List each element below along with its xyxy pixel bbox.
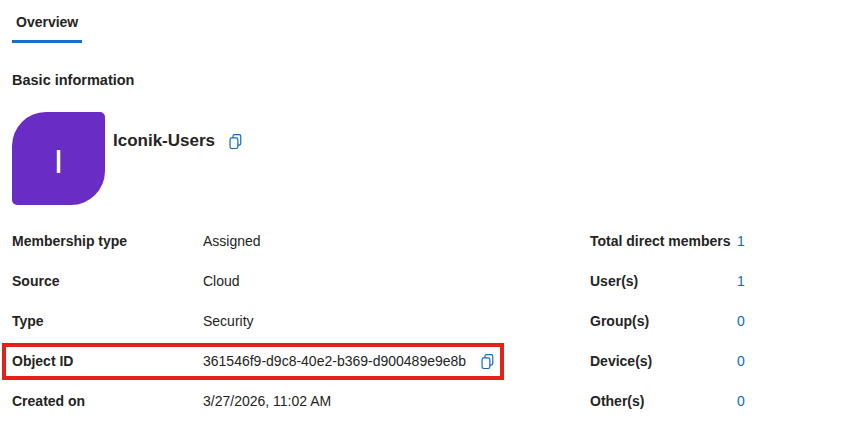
detail-value: Cloud <box>203 273 240 289</box>
tab-overview[interactable]: Overview <box>12 10 82 43</box>
member-row-others: Other(s) 0 <box>590 381 840 421</box>
member-row-devices: Device(s) 0 <box>590 341 840 381</box>
member-label: Total direct members <box>590 233 737 249</box>
tab-bar: Overview <box>12 10 82 43</box>
copy-icon <box>479 353 496 370</box>
object-id-value: 361546f9-d9c8-40e2-b369-d900489e9e8b <box>203 353 466 369</box>
copy-icon <box>227 133 244 150</box>
member-row-groups: Group(s) 0 <box>590 301 840 341</box>
member-row-users: User(s) 1 <box>590 261 840 301</box>
detail-label: Membership type <box>12 233 203 249</box>
detail-value: Security <box>203 313 254 329</box>
total-direct-members-link[interactable]: 1 <box>737 233 745 249</box>
detail-row-source: Source Cloud <box>12 261 572 301</box>
detail-row-type: Type Security <box>12 301 572 341</box>
member-label: User(s) <box>590 273 737 289</box>
detail-label: Type <box>12 313 203 329</box>
details-column: Membership type Assigned Source Cloud Ty… <box>12 221 572 421</box>
others-count-link[interactable]: 0 <box>737 393 745 409</box>
copy-group-name-button[interactable] <box>226 132 244 150</box>
copy-object-id-button[interactable] <box>478 352 496 370</box>
detail-row-membership-type: Membership type Assigned <box>12 221 572 261</box>
member-label: Group(s) <box>590 313 737 329</box>
group-avatar: I <box>12 112 105 205</box>
detail-row-object-id: Object ID 361546f9-d9c8-40e2-b369-d90048… <box>12 341 572 381</box>
groups-count-link[interactable]: 0 <box>737 313 745 329</box>
detail-label: Source <box>12 273 203 289</box>
member-label: Other(s) <box>590 393 737 409</box>
section-title-basic-information: Basic information <box>12 72 134 88</box>
detail-row-created-on: Created on 3/27/2026, 11:02 AM <box>12 381 572 421</box>
members-column: Total direct members 1 User(s) 1 Group(s… <box>590 221 840 421</box>
detail-value: Assigned <box>203 233 261 249</box>
devices-count-link[interactable]: 0 <box>737 353 745 369</box>
group-name: Iconik-Users <box>113 131 215 151</box>
member-label: Device(s) <box>590 353 737 369</box>
detail-label: Object ID <box>12 353 203 369</box>
detail-label: Created on <box>12 393 203 409</box>
group-title-row: Iconik-Users <box>113 131 244 151</box>
detail-value: 361546f9-d9c8-40e2-b369-d900489e9e8b <box>203 352 496 370</box>
users-count-link[interactable]: 1 <box>737 273 745 289</box>
member-row-total-direct-members: Total direct members 1 <box>590 221 840 261</box>
avatar-initial: I <box>54 144 63 178</box>
detail-value: 3/27/2026, 11:02 AM <box>203 393 331 409</box>
